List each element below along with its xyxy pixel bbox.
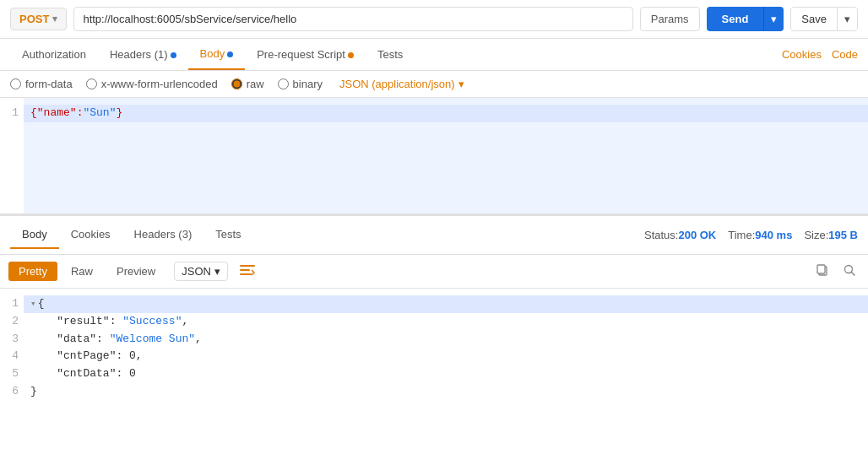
wrap-lines-button[interactable] [236,261,258,282]
response-format-label: JSON [182,265,211,278]
time-label: Time:940 ms [728,229,792,241]
response-header: Body Cookies Headers (3) Tests Status:20… [0,216,868,255]
send-button[interactable]: Send [707,7,764,31]
view-row: Pretty Raw Preview JSON ▾ [0,255,868,289]
response-action-icons [812,260,860,283]
size-value: 195 B [828,229,858,241]
body-dot [227,51,233,57]
request-tabs-right: Cookies Code [782,48,858,61]
tab-authorization[interactable]: Authorization [10,40,98,69]
save-dropdown-button[interactable]: ▾ [837,8,857,30]
body-type-row: form-data x-www-form-urlencoded raw bina… [0,71,868,98]
tab-headers[interactable]: Headers (1) [98,40,188,69]
method-chevron-icon: ▾ [52,14,57,24]
code-link[interactable]: Code [832,48,858,61]
resp-line-3: "data": "Welcome Sun", [24,331,868,349]
status-label: Status:200 OK [644,229,716,241]
json-chevron-icon: ▾ [458,78,464,90]
method-label: POST [19,13,49,25]
resp-tab-cookies[interactable]: Cookies [59,221,122,249]
cookies-link[interactable]: Cookies [782,48,822,61]
radio-urlencoded[interactable]: x-www-form-urlencoded [86,78,218,90]
response-format-select[interactable]: JSON ▾ [174,262,228,281]
response-code-area: 1 2 3 4 5 6 ▾{ "result": "Success", "dat… [0,289,868,408]
search-button[interactable] [839,260,860,283]
tab-body[interactable]: Body [188,39,246,70]
svg-rect-2 [240,273,252,275]
send-btn-group: Send ▾ [707,7,784,31]
resp-line-1: ▾{ [24,295,868,313]
svg-rect-0 [240,265,255,267]
request-code-area: 1 {"name":"Sun"} [0,98,868,216]
view-pretty-button[interactable]: Pretty [8,262,57,281]
response-tabs: Body Cookies Headers (3) Tests [10,221,253,249]
top-bar: POST ▾ Params Send ▾ Save ▾ [0,0,868,39]
view-raw-button[interactable]: Raw [61,262,103,281]
resp-tab-headers[interactable]: Headers (3) [122,221,204,249]
json-type-label: JSON (application/json) [339,78,455,90]
resp-tab-tests[interactable]: Tests [203,221,252,249]
resp-line-2: "result": "Success", [24,313,868,331]
params-button[interactable]: Params [640,7,700,31]
tab-prerequest[interactable]: Pre-request Script [245,40,366,69]
radio-binary[interactable]: binary [278,78,323,90]
radio-raw[interactable]: raw [231,78,264,90]
headers-dot [171,52,176,58]
svg-rect-1 [240,269,250,271]
time-value: 940 ms [755,229,792,241]
resp-line-5: "cntData": 0 [24,365,868,383]
resp-line-6: } [24,383,868,401]
view-preview-button[interactable]: Preview [106,262,165,281]
prerequest-dot [348,52,354,58]
response-code-content: ▾{ "result": "Success", "data": "Welcome… [24,289,868,408]
response-status: Status:200 OK Time:940 ms Size:195 B [644,229,858,241]
request-tabs: Authorization Headers (1) Body Pre-reque… [0,39,868,71]
svg-rect-4 [817,265,825,273]
json-type-select[interactable]: JSON (application/json) ▾ [339,78,464,90]
request-code-line-1: {"name":"Sun"} [24,105,868,122]
caret-icon: ▾ [30,299,36,309]
resp-tab-body[interactable]: Body [10,221,59,249]
request-code-content[interactable]: {"name":"Sun"} [24,98,868,214]
request-line-numbers: 1 [0,98,24,214]
svg-line-6 [852,273,855,276]
copy-button[interactable] [812,260,833,283]
size-label: Size:195 B [804,229,858,241]
method-select[interactable]: POST ▾ [10,8,67,30]
response-line-numbers: 1 2 3 4 5 6 [0,289,24,408]
save-button[interactable]: Save [791,8,837,30]
send-dropdown-button[interactable]: ▾ [763,7,784,31]
resp-line-4: "cntPage": 0, [24,348,868,365]
status-value: 200 OK [678,229,716,241]
save-btn-group: Save ▾ [790,7,858,31]
url-input[interactable] [73,7,632,31]
radio-form-data[interactable]: form-data [10,78,73,90]
format-chevron-icon: ▾ [214,265,220,278]
tab-tests[interactable]: Tests [366,40,415,69]
